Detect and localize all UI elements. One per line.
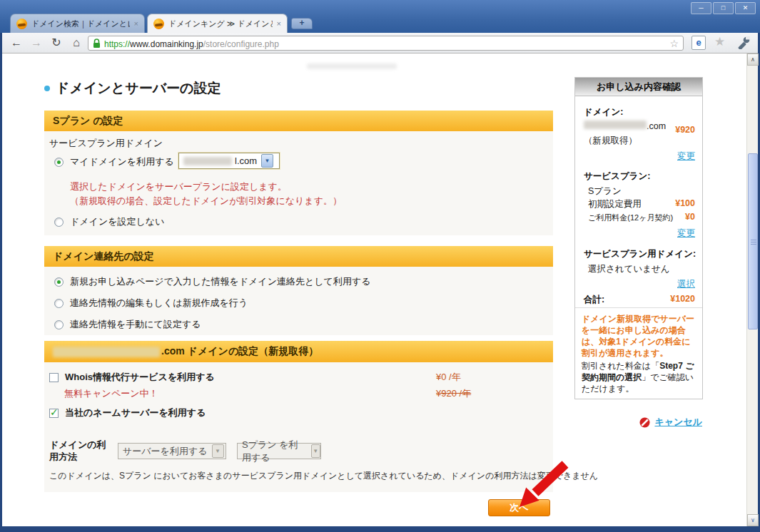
url-scheme: https://	[104, 39, 130, 49]
checkbox-label: 当社のネームサーバーを利用する	[65, 406, 206, 419]
check-icon: ✓	[50, 406, 59, 418]
page-action-badge-icon[interactable]: e	[691, 36, 706, 50]
splan-note-2: （新規取得の場合、設定したドメインが割引対象になります。）	[70, 195, 342, 208]
tab-close-icon[interactable]: ×	[277, 19, 281, 28]
redacted-domain	[53, 347, 160, 357]
browser-window: ドメイン検索｜ドメインとレン... × ドメインキング ≫ ドメインとサ... …	[0, 0, 760, 532]
tab-domain-search[interactable]: ドメイン検索｜ドメインとレン... ×	[10, 14, 145, 33]
section-header-domain-text: .com ドメインの設定（新規取得）	[161, 345, 318, 358]
radio-no-domain[interactable]	[54, 218, 64, 227]
radio-label: ドメインを設定しない	[70, 215, 164, 228]
wrench-menu-icon[interactable]	[737, 36, 750, 49]
radio-contact-use-signup[interactable]	[54, 277, 64, 287]
campaign-text: 無料キャンペーン中！	[64, 387, 158, 400]
title-bar: ドメイン検索｜ドメインとレン... × ドメインキング ≫ ドメインとサ... …	[0, 0, 760, 33]
discount-notice: ドメイン新規取得でサーバーを一緒にお申し込みの場合は、対象1ドメインの料金に割引…	[575, 307, 702, 399]
cancel-row: キャンセル	[574, 416, 702, 429]
discount-notice-detail: 割引された料金は「Step7 ご契約期間の選択」でご確認いただけます。	[582, 360, 696, 394]
summary-domain-price: ¥920	[675, 125, 695, 135]
minimize-button[interactable]: ─	[691, 2, 711, 14]
tab-configure[interactable]: ドメインキング ≫ ドメインとサ... ×	[147, 14, 288, 33]
home-icon[interactable]: ⌂	[68, 35, 85, 51]
close-button[interactable]: ✕	[735, 2, 756, 14]
discount-notice-orange: ドメイン新規取得でサーバーを一緒にお申し込みの場合は、対象1ドメインの料金に割引…	[582, 313, 696, 359]
summary-total-price: ¥1020	[670, 294, 695, 304]
red-arrow-annotation	[505, 460, 571, 518]
radio-contact-edit[interactable]	[54, 299, 64, 308]
summary-fee-price: ¥0	[685, 212, 695, 222]
title-bullet-icon	[44, 86, 50, 91]
splan-note-1: 選択したドメインをサーバープランに設定します。	[70, 180, 287, 193]
domainking-favicon	[16, 19, 27, 29]
bookmark-star-icon[interactable]: ☆	[669, 38, 679, 49]
radio-label: 連絡先情報を手動にて設定する	[70, 318, 201, 331]
redacted-domain	[183, 157, 232, 165]
select-arrow-icon: ▼	[212, 444, 224, 458]
tab-title: ドメイン検索｜ドメインとレン...	[31, 19, 130, 29]
usage-select-value: サーバーを利用する	[123, 445, 208, 458]
tab-close-icon[interactable]: ×	[134, 19, 138, 28]
notice-text: 割引された料金は「	[582, 361, 659, 371]
scrollbar-thumb[interactable]	[748, 153, 758, 329]
cancel-link[interactable]: キャンセル	[654, 416, 702, 429]
whois-price-now: ¥0 /年	[436, 371, 461, 384]
extension-star-icon[interactable]: ★	[714, 34, 725, 49]
summary-spd-label: サービスプラン用ドメイン:	[584, 248, 695, 260]
page-content: ドメインとサーバーの設定 Sプラン の設定 サービスプラン用ドメイン マイドメイ…	[2, 53, 746, 526]
domain-suffix: .com	[647, 121, 666, 131]
order-summary-box: お申し込み内容確認 ドメイン: .com ¥920 （新規取得） 変更 サービス…	[574, 77, 703, 399]
redacted-domain	[584, 121, 647, 129]
radio-label: 新規お申し込みページで入力した情報をドメイン連絡先として利用する	[70, 275, 370, 288]
back-icon[interactable]: ←	[8, 35, 25, 51]
radio-label: 連絡先情報の編集もしくは新規作成を行う	[70, 297, 248, 310]
checkbox-label: Whois情報代行サービスを利用する	[65, 371, 215, 384]
whois-price-old: ¥920 /年	[436, 387, 471, 400]
new-tab-button[interactable]: +	[291, 18, 313, 29]
forward-icon[interactable]: →	[28, 35, 45, 51]
summary-spd-value: 選択されていません	[588, 263, 695, 275]
page-title: ドメインとサーバーの設定	[56, 79, 221, 98]
usage-select-value: Sプラン を利用する	[242, 439, 307, 464]
prohibition-icon	[639, 417, 650, 428]
summary-plan-label: サービスプラン:	[584, 170, 695, 183]
url-path: /store/configure.php	[203, 39, 279, 49]
summary-domain-note: （新規取得）	[584, 135, 695, 147]
browser-toolbar: ← → ↻ ⌂ https://www.domainking.jp/store/…	[2, 33, 758, 53]
maximize-button[interactable]: □	[713, 2, 734, 14]
select-arrow-icon: ▼	[311, 444, 321, 458]
change-domain-link[interactable]: 変更	[677, 150, 695, 163]
domain-select[interactable]: l.com ▼	[178, 153, 280, 169]
section-header-splan: Sプラン の設定	[44, 111, 553, 131]
usage-method-label: ドメインの利用方法	[49, 439, 115, 463]
section-header-domain: .com ドメインの設定（新規取得）	[44, 341, 553, 362]
order-summary-header: お申し込み内容確認	[575, 78, 702, 96]
redacted-smudge	[307, 63, 397, 69]
domain-select-value: l.com	[235, 155, 257, 166]
summary-plan-name: Sプラン	[588, 185, 695, 198]
radio-use-my-domain[interactable]	[54, 158, 64, 167]
scroll-up-icon[interactable]: ∧	[747, 53, 759, 66]
scroll-down-icon[interactable]: ∨	[747, 514, 759, 526]
vertical-scrollbar[interactable]: ∧ ∨	[746, 53, 758, 526]
usage-select-plan[interactable]: Sプラン を利用する ▼	[237, 443, 321, 459]
summary-domain-label: ドメイン:	[584, 106, 695, 118]
domainking-favicon	[153, 19, 164, 29]
service-plan-domain-label: サービスプラン用ドメイン	[49, 137, 163, 150]
select-spd-link[interactable]: 選択	[677, 278, 695, 290]
summary-fee-label: ご利用料金(12ヶ月契約)	[588, 213, 695, 223]
section-header-contact: ドメイン連絡先の設定	[44, 246, 553, 267]
radio-label: マイドメインを利用する	[70, 155, 174, 168]
radio-contact-manual[interactable]	[54, 320, 64, 329]
select-arrow-icon[interactable]: ▼	[261, 154, 273, 168]
tab-title: ドメインキング ≫ ドメインとサ...	[168, 19, 273, 29]
checkbox-nameserver[interactable]: ✓	[49, 409, 59, 418]
reload-icon[interactable]: ↻	[48, 35, 65, 51]
checkbox-whois[interactable]	[49, 373, 59, 382]
change-plan-link[interactable]: 変更	[677, 227, 695, 240]
address-bar[interactable]: https://www.domainking.jp/store/configur…	[88, 36, 684, 51]
url-host: www.domainking.jp	[130, 39, 203, 49]
usage-select-server[interactable]: サーバーを利用する ▼	[118, 443, 226, 459]
summary-setup-price: ¥100	[675, 198, 695, 208]
https-lock-icon[interactable]	[93, 39, 101, 48]
